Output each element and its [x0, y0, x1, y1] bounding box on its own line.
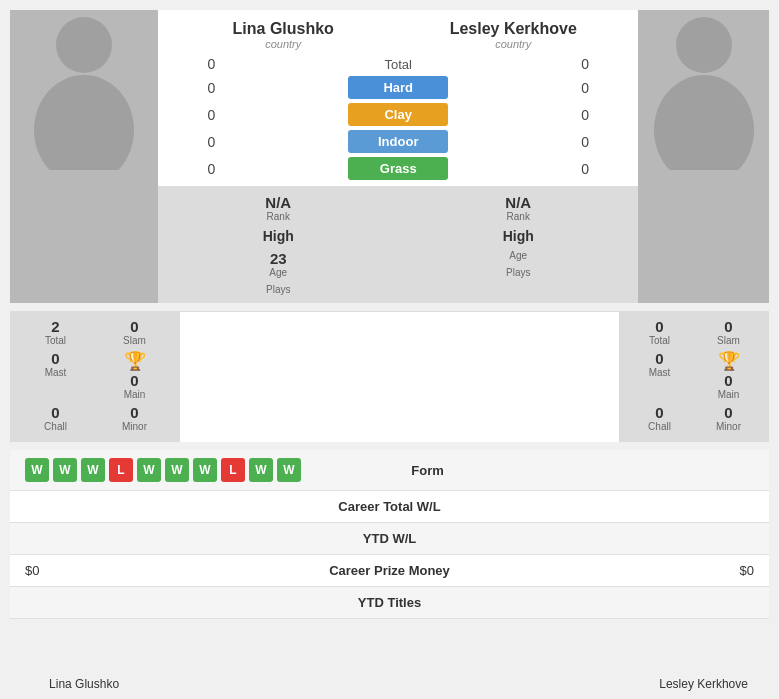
- player2-age-block: Age: [406, 250, 630, 261]
- player1-stat-grid: 2 Total 0 Slam: [18, 318, 172, 346]
- player2-rank-value: N/A: [406, 194, 630, 211]
- indoor-score-p1: 0: [163, 134, 223, 150]
- center-content: Lina Glushko country Lesley Kerkhove cou…: [158, 10, 638, 303]
- form-badge-w: W: [81, 458, 105, 482]
- player1-age-value: 23: [166, 250, 390, 267]
- indoor-row: 0 Indoor 0: [158, 128, 638, 155]
- ytd-titles-label: YTD Titles: [225, 595, 554, 610]
- player2-stat-grid2: 0 Mast 🏆 0 Main: [627, 350, 761, 400]
- player1-age-label: Age: [166, 267, 390, 278]
- grass-badge-area: Grass: [223, 157, 573, 180]
- indoor-score-p2: 0: [573, 134, 633, 150]
- career-wl-label: Career Total W/L: [225, 499, 554, 514]
- player2-country: country: [398, 38, 628, 50]
- player2-extended-stats: 0 Total 0 Slam 0 Mast 🏆 0 Main: [619, 312, 769, 442]
- total-row: 0 Total 0: [158, 54, 638, 74]
- player2-slam-block: 0 Slam: [696, 318, 761, 346]
- career-wl-row: Career Total W/L: [10, 491, 769, 523]
- player1-chall-block: 0 Chall: [18, 404, 93, 432]
- player1-minor-val: 0: [97, 404, 172, 421]
- player2-trophy-icon: 🏆: [718, 350, 740, 372]
- player2-mast-lbl: Mast: [627, 367, 692, 378]
- player1-header-area: Lina Glushko country: [168, 20, 398, 50]
- player1-total-lbl: Total: [18, 335, 93, 346]
- main-container: Lina Glushko Lina Glushko country Lesley…: [0, 0, 779, 629]
- player1-plays-block: Plays: [166, 284, 390, 295]
- player2-age-label: Age: [406, 250, 630, 261]
- form-badge-w: W: [193, 458, 217, 482]
- clay-badge: Clay: [348, 103, 448, 126]
- form-badge-w: W: [249, 458, 273, 482]
- svg-point-2: [676, 17, 732, 73]
- total-score-p1: 0: [163, 56, 223, 72]
- player2-mast-block: 0 Mast: [627, 350, 692, 400]
- hard-badge: Hard: [348, 76, 448, 99]
- player2-photo-area: Lesley Kerkhove: [638, 10, 769, 303]
- player1-trophy-icon: 🏆: [124, 350, 146, 372]
- player1-stats-panel: N/A Rank High 23 Age Plays: [158, 186, 398, 303]
- player1-plays-label: Plays: [166, 284, 390, 295]
- grass-score-p1: 0: [163, 161, 223, 177]
- bottom-panels: N/A Rank High 23 Age Plays: [158, 186, 638, 303]
- names-countries-row: Lina Glushko country Lesley Kerkhove cou…: [158, 10, 638, 54]
- player2-plays-label: Plays: [406, 267, 630, 278]
- player2-silhouette: [644, 10, 764, 170]
- extended-stats-row: 2 Total 0 Slam 0 Mast 🏆 0 Main: [10, 311, 769, 442]
- clay-row: 0 Clay 0: [158, 101, 638, 128]
- player2-total-block: 0 Total: [627, 318, 692, 346]
- player1-rank-block: N/A Rank: [166, 194, 390, 222]
- player2-main-val: 0: [724, 372, 732, 389]
- clay-badge-area: Clay: [223, 103, 573, 126]
- player1-name: Lina Glushko: [168, 20, 398, 38]
- form-badge-l: L: [221, 458, 245, 482]
- player2-chall-block: 0 Chall: [627, 404, 692, 432]
- hard-badge-area: Hard: [223, 76, 573, 99]
- player1-main-val: 0: [130, 372, 138, 389]
- player1-slam-val: 0: [97, 318, 172, 335]
- indoor-badge: Indoor: [348, 130, 448, 153]
- player2-slam-val: 0: [696, 318, 761, 335]
- player2-name-below: Lesley Kerkhove: [314, 677, 779, 691]
- player2-minor-lbl: Minor: [696, 421, 761, 432]
- player1-minor-lbl: Minor: [97, 421, 172, 432]
- player2-chall-val: 0: [627, 404, 692, 421]
- player1-trophy-main-block: 🏆 0 Main: [97, 350, 172, 400]
- player2-stat-grid: 0 Total 0 Slam: [627, 318, 761, 346]
- player2-minor-val: 0: [696, 404, 761, 421]
- player1-main-lbl: Main: [124, 389, 146, 400]
- clay-score-p1: 0: [163, 107, 223, 123]
- player2-plays-block: Plays: [406, 267, 630, 278]
- scores-block: 0 Total 0 0 Hard 0 0 Clay: [158, 54, 638, 182]
- player1-extended-stats: 2 Total 0 Slam 0 Mast 🏆 0 Main: [10, 312, 180, 442]
- player1-country: country: [168, 38, 398, 50]
- form-badge-w: W: [165, 458, 189, 482]
- player2-slam-lbl: Slam: [696, 335, 761, 346]
- svg-point-0: [56, 17, 112, 73]
- player2-chall-lbl: Chall: [627, 421, 692, 432]
- player1-slam-lbl: Slam: [97, 335, 172, 346]
- player1-stat-grid2: 0 Mast 🏆 0 Main: [18, 350, 172, 400]
- player2-main-lbl: Main: [718, 389, 740, 400]
- prize-label: Career Prize Money: [225, 563, 554, 578]
- player1-total-block: 2 Total: [18, 318, 93, 346]
- player1-chall-val: 0: [18, 404, 93, 421]
- ytd-wl-label: YTD W/L: [225, 531, 554, 546]
- grass-badge: Grass: [348, 157, 448, 180]
- player2-stats-panel: N/A Rank High Age Plays: [398, 186, 638, 303]
- player2-header-area: Lesley Kerkhove country: [398, 20, 628, 50]
- prize-right: $0: [554, 563, 754, 578]
- form-row: WWWLWWWLWW Form: [10, 450, 769, 491]
- total-score-p2: 0: [573, 56, 633, 72]
- hard-score-p1: 0: [163, 80, 223, 96]
- player2-name: Lesley Kerkhove: [398, 20, 628, 38]
- player1-mast-lbl: Mast: [18, 367, 93, 378]
- player1-age-block: 23 Age: [166, 250, 390, 278]
- form-badge-w: W: [25, 458, 49, 482]
- hard-row: 0 Hard 0: [158, 74, 638, 101]
- prize-left: $0: [25, 563, 225, 578]
- player1-mast-block: 0 Mast: [18, 350, 93, 400]
- player1-silhouette: [24, 10, 144, 170]
- form-badge-w: W: [277, 458, 301, 482]
- player2-mast-val: 0: [627, 350, 692, 367]
- player1-slam-block: 0 Slam: [97, 318, 172, 346]
